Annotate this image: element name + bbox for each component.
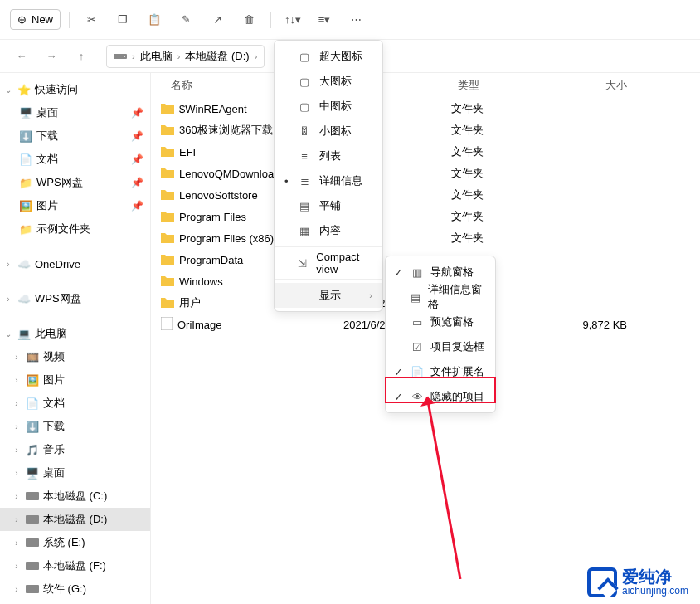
menu-item-content[interactable]: ▦内容	[275, 218, 382, 243]
rename-icon[interactable]: ✎	[173, 7, 199, 33]
menu-label: 隐藏的项目	[430, 389, 484, 404]
copy-icon[interactable]: ❐	[109, 7, 136, 33]
more-icon[interactable]: ⋯	[343, 7, 369, 33]
sidebar-video[interactable]: ›🎞️视频	[0, 345, 150, 368]
sidebar-pictures[interactable]: 🖼️图片📌	[0, 194, 150, 217]
back-button[interactable]: ←	[10, 45, 33, 68]
sidebar-diskh[interactable]: ›资料 (H:)	[0, 601, 150, 604]
sidebar-documents[interactable]: 📄文档📌	[0, 148, 150, 171]
file-name: $WinREAgent	[179, 103, 247, 115]
column-size[interactable]: 大小	[536, 78, 627, 93]
file-type: 文件夹	[451, 144, 536, 159]
sidebar-diskf[interactable]: ›本地磁盘 (F:)	[0, 554, 150, 577]
sidebar-onedrive[interactable]: ›☁️OneDrive	[0, 252, 150, 275]
new-button[interactable]: ⊕ New	[10, 9, 61, 30]
file-row[interactable]: LenovoSoftstore6 23:31文件夹	[151, 184, 700, 206]
folder-icon	[161, 231, 174, 246]
file-row[interactable]: Program Files (x86)6 15:00文件夹	[151, 227, 700, 249]
svg-rect-2	[26, 492, 39, 500]
file-row[interactable]: 360极速浏览器下载3 17:26文件夹	[151, 119, 700, 141]
sidebar-syse[interactable]: ›系统 (E:)	[0, 531, 150, 554]
sidebar-item-label: 图片	[43, 373, 65, 387]
eye-icon: 👁	[411, 391, 424, 403]
file-type: 文件夹	[451, 123, 536, 138]
delete-icon[interactable]: 🗑	[236, 7, 262, 33]
menu-item-compact[interactable]: ⇲Compact view	[275, 251, 382, 275]
sidebar-pictures2[interactable]: ›🖼️图片	[0, 368, 150, 392]
sidebar-desktop[interactable]: 🖥️桌面📌	[0, 101, 150, 124]
m-icons-icon: ▢	[298, 100, 311, 113]
sidebar-item-label: 文档	[36, 152, 58, 167]
chevron-right-icon: ›	[12, 446, 22, 455]
detail-pane-icon: ▤	[410, 291, 421, 304]
folder-icon	[161, 102, 174, 116]
picture-icon: 🖼️	[18, 198, 33, 213]
submenu-detail-pane[interactable]: ▤详细信息窗格	[386, 285, 495, 309]
sidebar-diskc[interactable]: ›本地磁盘 (C:)	[0, 485, 150, 508]
file-name: Program Files	[179, 211, 246, 223]
desktop-icon: 🖥️	[18, 105, 33, 120]
file-ext-icon: 📄	[411, 366, 424, 378]
sidebar-item-label: 音乐	[43, 442, 65, 457]
menu-item-detail[interactable]: •≣详细信息	[275, 168, 382, 193]
sidebar-item-label: 快速访问	[35, 82, 78, 97]
submenu-item-checkbox[interactable]: ☑项目复选框	[386, 334, 495, 359]
submenu-preview-pane[interactable]: ▭预览窗格	[386, 309, 495, 334]
menu-item-tile[interactable]: ▤平铺	[275, 193, 382, 218]
sidebar-thispc[interactable]: ⌄💻此电脑	[0, 322, 150, 345]
sidebar-downloads[interactable]: ⬇️下载📌	[0, 124, 150, 148]
menu-item-list[interactable]: ≡列表	[275, 144, 382, 168]
chevron-right-icon: ›	[12, 538, 22, 548]
menu-label: 文件扩展名	[430, 364, 484, 379]
share-icon[interactable]: ↗	[204, 7, 231, 33]
sidebar-downloads2[interactable]: ›⬇️下载	[0, 415, 150, 438]
sidebar-documents2[interactable]: ›📄文档	[0, 392, 150, 415]
submenu-file-ext[interactable]: ✓📄文件扩展名	[386, 359, 495, 384]
sidebar-wps[interactable]: 📁WPS网盘📌	[0, 171, 150, 194]
forward-button[interactable]: →	[40, 45, 63, 68]
file-name: LenovoSoftstore	[179, 189, 258, 202]
file-name: Windows	[179, 275, 223, 288]
download-icon: ⬇️	[18, 129, 33, 144]
pc-icon: 💻	[17, 326, 32, 341]
crumb-diskd[interactable]: 本地磁盘 (D:)	[185, 49, 249, 64]
sidebar: ⌄⭐快速访问 🖥️桌面📌 ⬇️下载📌 📄文档📌 📁WPS网盘📌 🖼️图片📌 📁示…	[0, 73, 151, 604]
column-type[interactable]: 类型	[451, 78, 536, 93]
file-type: 文件夹	[451, 101, 536, 116]
file-name: EFI	[179, 146, 196, 158]
file-row[interactable]: Program Files2:41文件夹	[151, 206, 700, 227]
file-header: 名称 类型 大小	[151, 73, 700, 98]
cut-icon[interactable]: ✂	[78, 7, 105, 33]
s-icons-icon: 〿	[298, 125, 311, 138]
file-row[interactable]: $WinREAgent2:15文件夹	[151, 98, 700, 119]
sidebar-wpsdisk[interactable]: ›☁️WPS网盘	[0, 287, 150, 310]
paste-icon[interactable]: 📋	[141, 7, 168, 33]
svg-rect-3	[26, 515, 39, 524]
menu-item-show[interactable]: 显示›	[275, 283, 382, 308]
sidebar-music[interactable]: ›🎵音乐	[0, 438, 150, 461]
menu-item-xl-icons[interactable]: ▢超大图标	[275, 44, 382, 69]
crumb-thispc[interactable]: 此电脑	[140, 49, 173, 64]
file-row[interactable]: EFI6 17:18文件夹	[151, 141, 700, 163]
sidebar-desktop2[interactable]: ›🖥️桌面	[0, 461, 150, 485]
sort-icon[interactable]: ↑↓▾	[280, 7, 306, 33]
menu-item-m-icons[interactable]: ▢中图标	[275, 94, 382, 119]
sidebar-item-label: WPS网盘	[35, 291, 81, 306]
sidebar-samples[interactable]: 📁示例文件夹	[0, 217, 150, 241]
submenu-nav-pane[interactable]: ✓▥导航窗格	[386, 260, 495, 285]
submenu-hidden-items[interactable]: ✓👁隐藏的项目	[386, 384, 495, 409]
sidebar-diskg[interactable]: ›软件 (G:)	[0, 577, 150, 601]
view-icon[interactable]: ≡▾	[311, 7, 338, 33]
menu-item-l-icons[interactable]: ▢大图标	[275, 69, 382, 94]
menu-label: 小图标	[319, 124, 352, 139]
drive-icon	[25, 512, 40, 527]
sidebar-diskd[interactable]: ›本地磁盘 (D:)	[0, 508, 150, 531]
file-name: ProgramData	[179, 254, 243, 266]
folder-icon	[161, 296, 174, 310]
breadcrumb[interactable]: › 此电脑 › 本地磁盘 (D:) ›	[106, 45, 265, 68]
menu-label: 导航窗格	[430, 265, 474, 280]
menu-item-s-icons[interactable]: 〿小图标	[275, 119, 382, 144]
sidebar-quick-access[interactable]: ⌄⭐快速访问	[0, 78, 150, 101]
up-button[interactable]: ↑	[70, 45, 93, 68]
file-row[interactable]: LenovoQMDownloac6 19:40文件夹	[151, 163, 700, 184]
